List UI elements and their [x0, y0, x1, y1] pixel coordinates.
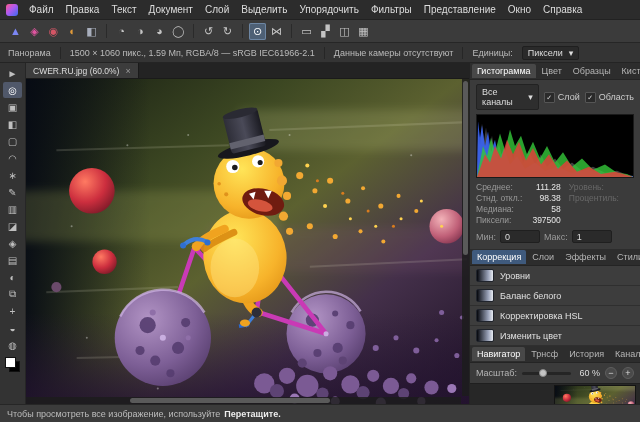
document-tab[interactable]: CWER.RU.jpg (60.0%) × — [26, 63, 139, 78]
photo-persona-icon[interactable]: ▲ — [7, 23, 24, 40]
units-dropdown[interactable]: Пиксели ▾ — [522, 46, 580, 60]
color-swatches[interactable] — [5, 357, 20, 372]
tab-navigator[interactable]: Навигатор — [472, 347, 525, 361]
dodge-burn-tool[interactable]: ◐ — [3, 269, 22, 285]
zoom-fit-icon[interactable]: ▭ — [298, 23, 315, 40]
tab-history[interactable]: История — [564, 347, 609, 361]
view-quality-icon[interactable]: ▞ — [317, 23, 334, 40]
menu-select[interactable]: Выделить — [235, 2, 293, 17]
lasso-tool[interactable]: ◠ — [3, 150, 22, 166]
horizontal-scrollbar[interactable] — [26, 397, 461, 404]
tab-channels[interactable]: Каналы — [610, 347, 640, 361]
snapping-toggle-icon[interactable]: ⊙ — [249, 23, 266, 40]
menu-layer[interactable]: Слой — [199, 2, 235, 17]
liquify-persona-icon[interactable]: ◈ — [26, 23, 43, 40]
zoom-controls: Масштаб: 60 % − + — [470, 363, 640, 383]
zoom-label: Масштаб: — [476, 368, 517, 378]
menu-help[interactable]: Справка — [537, 2, 588, 17]
adjustment-label: Уровни — [500, 271, 530, 281]
document-tab-title: CWER.RU.jpg (60.0%) — [33, 66, 119, 76]
panels-toggle-icon[interactable]: ▦ — [355, 23, 372, 40]
selection-brush-tool[interactable]: ◧ — [3, 116, 22, 132]
export-persona-icon[interactable]: ◧ — [83, 23, 100, 40]
stat-value: 58 — [551, 204, 560, 214]
tab-adjustments[interactable]: Коррекция — [472, 250, 526, 264]
zoom-slider-thumb[interactable] — [539, 369, 547, 377]
zoom-tool[interactable]: ◍ — [3, 337, 22, 353]
auto-colours-icon[interactable]: ◕ — [151, 23, 168, 40]
tab-styles[interactable]: Стили — [612, 250, 640, 264]
eraser-tool[interactable]: ◪ — [3, 218, 22, 234]
min-input[interactable] — [500, 230, 540, 243]
stat-label: Среднее: — [476, 182, 513, 192]
area-checkbox[interactable]: ✓ Область — [585, 92, 634, 103]
stat-label: Пиксели: — [476, 215, 511, 225]
flood-select-tool[interactable]: ∗ — [3, 167, 22, 183]
auto-levels-icon[interactable]: ◔ — [113, 23, 130, 40]
adjustment-label: Баланс белого — [500, 291, 561, 301]
tab-layers[interactable]: Слои — [527, 250, 559, 264]
context-separator — [60, 47, 61, 59]
context-separator — [324, 47, 325, 59]
close-icon[interactable]: × — [125, 66, 130, 76]
navigator-preview-area — [470, 383, 640, 404]
menu-text[interactable]: Текст — [105, 2, 142, 17]
max-input[interactable] — [572, 230, 612, 243]
healing-tool[interactable]: + — [3, 303, 22, 319]
paint-brush-tool[interactable]: ✎ — [3, 184, 22, 200]
menu-file[interactable]: Файл — [23, 2, 60, 17]
canvas-viewport[interactable] — [26, 79, 469, 404]
toolbar-separator — [106, 24, 107, 38]
auto-white-balance-icon[interactable]: ◯ — [170, 23, 187, 40]
menu-document[interactable]: Документ — [143, 2, 199, 17]
tab-effects[interactable]: Эффекты — [560, 250, 611, 264]
adjustment-item-white-balance[interactable]: Баланс белого — [470, 286, 640, 306]
tab-swatches[interactable]: Образцы — [568, 64, 616, 78]
crop-tool[interactable]: ▣ — [3, 99, 22, 115]
active-tool-label: Панорама — [8, 48, 51, 58]
menu-filters[interactable]: Фильтры — [365, 2, 418, 17]
channels-dropdown[interactable]: Все каналы ▾ — [476, 84, 539, 110]
tab-transform[interactable]: Трнсф — [526, 347, 563, 361]
horizontal-scrollbar-thumb[interactable] — [130, 398, 330, 403]
menu-edit[interactable]: Правка — [60, 2, 106, 17]
tab-histogram[interactable]: Гистограмма — [472, 64, 536, 78]
view-tool[interactable]: ◎ — [3, 82, 22, 98]
gradient-tool[interactable]: ▤ — [3, 252, 22, 268]
rotate-cw-icon[interactable]: ↻ — [219, 23, 236, 40]
channels-value: Все каналы — [482, 87, 521, 107]
zoom-in-button[interactable]: + — [622, 367, 634, 379]
flood-fill-tool[interactable]: ◈ — [3, 235, 22, 251]
rotate-ccw-icon[interactable]: ↺ — [200, 23, 217, 40]
vertical-scrollbar[interactable] — [462, 79, 469, 396]
menu-view[interactable]: Представление — [418, 2, 502, 17]
tone-mapping-persona-icon[interactable]: ◐ — [64, 23, 81, 40]
adjustment-item-levels[interactable]: Уровни — [470, 266, 640, 286]
zoom-value: 60 % — [576, 368, 600, 378]
clone-tool[interactable]: ⧉ — [3, 286, 22, 302]
adjustment-item-recolour[interactable]: Изменить цвет — [470, 326, 640, 346]
assistant-icon[interactable]: ⋈ — [268, 23, 285, 40]
zoom-slider[interactable] — [522, 372, 571, 375]
marquee-tool[interactable]: ▢ — [3, 133, 22, 149]
auto-contrast-icon[interactable]: ◑ — [132, 23, 149, 40]
stat-label: Медиана: — [476, 204, 514, 214]
move-tool[interactable]: ► — [3, 65, 22, 81]
foreground-color-swatch[interactable] — [5, 357, 16, 368]
layer-checkbox[interactable]: ✓ Слой — [544, 92, 580, 103]
tab-brushes[interactable]: Кисти — [617, 64, 640, 78]
menu-window[interactable]: Окно — [502, 2, 537, 17]
navigator-thumbnail[interactable] — [555, 386, 635, 404]
adjustment-item-hsl[interactable]: Корректировка HSL — [470, 306, 640, 326]
zoom-out-button[interactable]: − — [605, 367, 617, 379]
split-view-icon[interactable]: ◫ — [336, 23, 353, 40]
blur-tool[interactable]: ◒ — [3, 320, 22, 336]
stat-ghost-label: Процентиль: — [569, 193, 634, 203]
vertical-scrollbar-thumb[interactable] — [463, 81, 468, 255]
chevron-down-icon: ▾ — [528, 92, 533, 102]
develop-persona-icon[interactable]: ◉ — [45, 23, 62, 40]
menu-arrange[interactable]: Упорядочить — [293, 2, 365, 17]
layer-checkbox-label: Слой — [558, 92, 580, 102]
pixel-tool[interactable]: ▥ — [3, 201, 22, 217]
tab-colour[interactable]: Цвет — [537, 64, 567, 78]
